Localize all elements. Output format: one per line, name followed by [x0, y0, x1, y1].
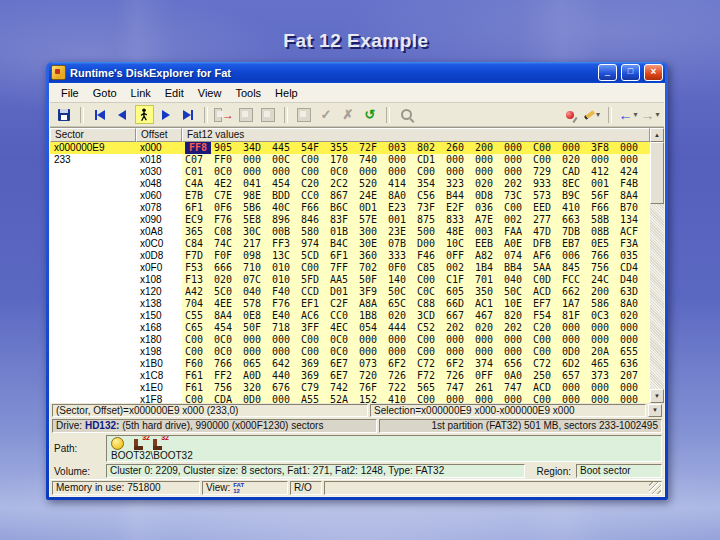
- fat-value-cell[interactable]: 036: [475, 202, 504, 214]
- fat-value-cell[interactable]: 742: [330, 382, 359, 394]
- fat-value-cell[interactable]: 58B: [591, 214, 620, 226]
- fat-value-cell[interactable]: 50C: [504, 286, 533, 298]
- fat-value-cell[interactable]: C1F: [446, 274, 475, 286]
- fat-value-cell[interactable]: C00: [185, 346, 214, 358]
- fat-value-cell[interactable]: B44: [446, 190, 475, 202]
- fat-value-cell[interactable]: C0D: [533, 274, 562, 286]
- fat-value-cell[interactable]: D40: [620, 274, 649, 286]
- fat-value-cell[interactable]: F60: [185, 358, 214, 370]
- fat-value-cell[interactable]: 5FD: [301, 274, 330, 286]
- table-row[interactable]: x180C000C0000000C000C0000000C00000000000…: [50, 334, 650, 346]
- fat-value-cell[interactable]: 6E7: [330, 370, 359, 382]
- fat-value-cell[interactable]: E2F: [446, 202, 475, 214]
- fat-value-cell[interactable]: C00: [301, 262, 330, 274]
- table-row[interactable]: x198C000C0000000C000C0000000C00000000000…: [50, 346, 650, 358]
- fat-value-cell[interactable]: C0C: [417, 286, 446, 298]
- fat-value-cell[interactable]: 4EE: [214, 298, 243, 310]
- fat-value-cell[interactable]: 24E: [359, 190, 388, 202]
- fat-value-cell[interactable]: C00: [533, 346, 562, 358]
- fat-value-cell[interactable]: 000: [620, 142, 649, 154]
- fat-value-cell[interactable]: F76: [272, 298, 301, 310]
- fat-value-cell[interactable]: AC6: [301, 310, 330, 322]
- fat-value-cell[interactable]: 000: [620, 382, 649, 394]
- fat-value-cell[interactable]: F4B: [620, 178, 649, 190]
- fat-value-cell[interactable]: 000: [359, 334, 388, 346]
- fat-value-cell[interactable]: 667: [446, 310, 475, 322]
- fat-value-cell[interactable]: 000: [388, 346, 417, 358]
- fat-value-cell[interactable]: 565: [417, 382, 446, 394]
- fat-value-cell[interactable]: 73F: [417, 202, 446, 214]
- menu-goto[interactable]: Goto: [86, 87, 124, 99]
- fat-value-cell[interactable]: 445: [272, 142, 301, 154]
- fat-value-cell[interactable]: C07: [185, 154, 214, 166]
- fat-value-cell[interactable]: 0F6: [214, 202, 243, 214]
- fat-value-cell[interactable]: 065: [243, 358, 272, 370]
- fat-value-cell[interactable]: 414: [388, 178, 417, 190]
- fat-value-cell[interactable]: C56: [417, 190, 446, 202]
- fat-value-cell[interactable]: 833: [446, 214, 475, 226]
- fat-value-cell[interactable]: 63D: [620, 286, 649, 298]
- fat-value-cell[interactable]: C00: [301, 166, 330, 178]
- fat-value-cell[interactable]: A82: [475, 250, 504, 262]
- fat-value-cell[interactable]: 662: [562, 286, 591, 298]
- fat-value-cell[interactable]: 0C3: [591, 310, 620, 322]
- fat-value-cell[interactable]: 000: [504, 334, 533, 346]
- fat-value-cell[interactable]: 010: [272, 262, 301, 274]
- fat-value-cell[interactable]: 323: [446, 178, 475, 190]
- fat-value-cell[interactable]: 073: [359, 358, 388, 370]
- fat-value-cell[interactable]: 360: [359, 250, 388, 262]
- fat-value-cell[interactable]: 277: [533, 214, 562, 226]
- fat-value-cell[interactable]: 0D0: [562, 346, 591, 358]
- fat-value-cell[interactable]: 035: [620, 250, 649, 262]
- fat-value-cell[interactable]: 07C: [243, 274, 272, 286]
- table-row[interactable]: x1387044EE578F76EF1C2FA8A65CC8866DAC110E…: [50, 298, 650, 310]
- fat-value-cell[interactable]: 6F1: [330, 250, 359, 262]
- fat-value-cell[interactable]: 52A: [330, 394, 359, 403]
- fat-value-cell[interactable]: 202: [504, 322, 533, 334]
- fat-value-cell[interactable]: 000: [620, 322, 649, 334]
- menu-view[interactable]: View: [191, 87, 229, 99]
- fat-value-cell[interactable]: 410: [388, 394, 417, 403]
- fat-value-cell[interactable]: 134: [620, 214, 649, 226]
- fat-value-cell[interactable]: 020: [475, 322, 504, 334]
- fat-value-cell[interactable]: 642: [272, 358, 301, 370]
- table-row[interactable]: x0786F10F65B640CF66B6C0D1E2373FE2F036C00…: [50, 202, 650, 214]
- fat-value-cell[interactable]: C2F: [330, 298, 359, 310]
- edit-button[interactable]: [294, 105, 314, 124]
- fat-value-cell[interactable]: 8A4: [620, 190, 649, 202]
- fat-value-cell[interactable]: 040: [504, 274, 533, 286]
- fat-value-cell[interactable]: 040: [243, 286, 272, 298]
- fat-value-cell[interactable]: C00: [185, 334, 214, 346]
- fat-value-cell[interactable]: F7D: [185, 250, 214, 262]
- fat-value-cell[interactable]: 000: [272, 346, 301, 358]
- fat-value-cell[interactable]: 350: [475, 286, 504, 298]
- annotate-button[interactable]: ▾: [582, 105, 602, 124]
- table-row[interactable]: x168C6545450F7183FF4EC054444C52202020202…: [50, 322, 650, 334]
- column-header-sector[interactable]: Sector: [50, 128, 136, 142]
- fat-value-cell[interactable]: C72: [533, 358, 562, 370]
- fat-value-cell[interactable]: 000: [620, 154, 649, 166]
- fat-value-cell[interactable]: 98E: [243, 190, 272, 202]
- fat-value-cell[interactable]: 867: [330, 190, 359, 202]
- fat-value-cell[interactable]: 000: [475, 346, 504, 358]
- fat-value-cell[interactable]: 003: [388, 142, 417, 154]
- table-row[interactable]: x048C4A4E2041454C202C2520414354323020202…: [50, 178, 650, 190]
- table-row[interactable]: x000000E9x000FF890534D44554F35572F003802…: [50, 142, 650, 154]
- fat-value-cell[interactable]: 657: [562, 370, 591, 382]
- fat-value-cell[interactable]: 74C: [214, 238, 243, 250]
- fat-value-cell[interactable]: 355: [330, 142, 359, 154]
- fat-value-cell[interactable]: C00: [504, 202, 533, 214]
- fat-value-cell[interactable]: 875: [417, 214, 446, 226]
- fat-value-cell[interactable]: 000: [359, 166, 388, 178]
- fat-value-cell[interactable]: 802: [417, 142, 446, 154]
- paste-button[interactable]: [258, 105, 278, 124]
- fat-value-cell[interactable]: 412: [591, 166, 620, 178]
- fat-value-cell[interactable]: 8EC: [562, 178, 591, 190]
- fat-value-cell[interactable]: 0C0: [330, 346, 359, 358]
- fat-value-cell[interactable]: CC0: [301, 190, 330, 202]
- fat-value-cell[interactable]: 320: [243, 382, 272, 394]
- fat-value-cell[interactable]: D01: [330, 286, 359, 298]
- fat-value-cell[interactable]: C88: [417, 298, 446, 310]
- fat-value-cell[interactable]: C08: [214, 226, 243, 238]
- fat-value-cell[interactable]: 8A0: [388, 190, 417, 202]
